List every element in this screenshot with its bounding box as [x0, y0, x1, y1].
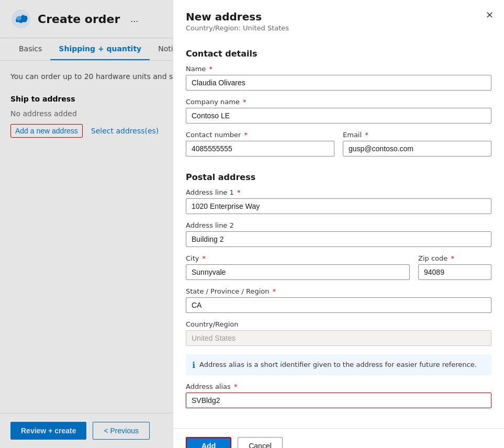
contact-input[interactable] — [186, 141, 334, 156]
dialog-close-button[interactable]: ✕ — [486, 10, 494, 20]
overlay-backdrop — [0, 0, 173, 448]
zip-input[interactable] — [418, 264, 491, 280]
alias-field-group: Address alias * — [186, 383, 491, 408]
contact-email-row: Contact number * Email * — [186, 131, 491, 164]
address2-input[interactable] — [186, 231, 491, 247]
company-label: Company name * — [186, 98, 491, 106]
company-field-group: Company name * — [186, 98, 491, 124]
country-field-group: Country/Region — [186, 320, 491, 346]
new-address-dialog: New address Country/Region: United State… — [173, 0, 504, 448]
address2-field-group: Address line 2 — [186, 221, 491, 247]
country-label: Country/Region — [186, 320, 491, 328]
dialog-header: New address Country/Region: United State… — [173, 0, 504, 36]
email-input[interactable] — [343, 141, 491, 156]
zip-field-group: Zip code * — [418, 254, 491, 280]
country-input — [186, 330, 491, 346]
add-button[interactable]: Add — [186, 437, 231, 448]
address2-label: Address line 2 — [186, 221, 491, 229]
address1-field-group: Address line 1 * — [186, 188, 491, 214]
name-input[interactable] — [186, 75, 491, 91]
contact-label: Contact number * — [186, 131, 334, 139]
info-icon: ℹ — [192, 360, 195, 370]
name-required: * — [207, 65, 212, 73]
cancel-button[interactable]: Cancel — [238, 437, 283, 448]
city-field-group: City * — [186, 254, 410, 280]
dialog-footer: Add Cancel — [173, 428, 504, 448]
alias-input[interactable] — [186, 393, 491, 408]
alias-info-box: ℹ Address alias is a short identifier gi… — [186, 354, 491, 375]
alias-label: Address alias * — [186, 383, 491, 390]
address1-label: Address line 1 * — [186, 188, 491, 196]
email-label: Email * — [343, 131, 491, 139]
name-label: Name * — [186, 65, 491, 73]
name-field-group: Name * — [186, 65, 491, 91]
dialog-body: Contact details Name * Company name * Co… — [173, 36, 504, 428]
dialog-subtitle: Country/Region: United States — [186, 24, 491, 32]
dialog-title: New address — [186, 10, 491, 23]
zip-label: Zip code * — [418, 254, 491, 262]
company-input[interactable] — [186, 108, 491, 124]
contact-field-group: Contact number * — [186, 131, 334, 156]
city-label: City * — [186, 254, 410, 262]
city-input[interactable] — [186, 264, 410, 280]
contact-details-heading: Contact details — [186, 49, 491, 59]
company-required: * — [241, 98, 247, 106]
state-field-group: State / Province / Region * — [186, 287, 491, 313]
alias-info-text: Address alias is a short identifier give… — [199, 360, 477, 370]
address1-input[interactable] — [186, 198, 491, 214]
city-zip-row: City * Zip code * — [186, 254, 491, 287]
postal-address-heading: Postal address — [186, 172, 491, 182]
email-field-group: Email * — [343, 131, 491, 156]
state-label: State / Province / Region * — [186, 287, 491, 295]
state-input[interactable] — [186, 297, 491, 313]
